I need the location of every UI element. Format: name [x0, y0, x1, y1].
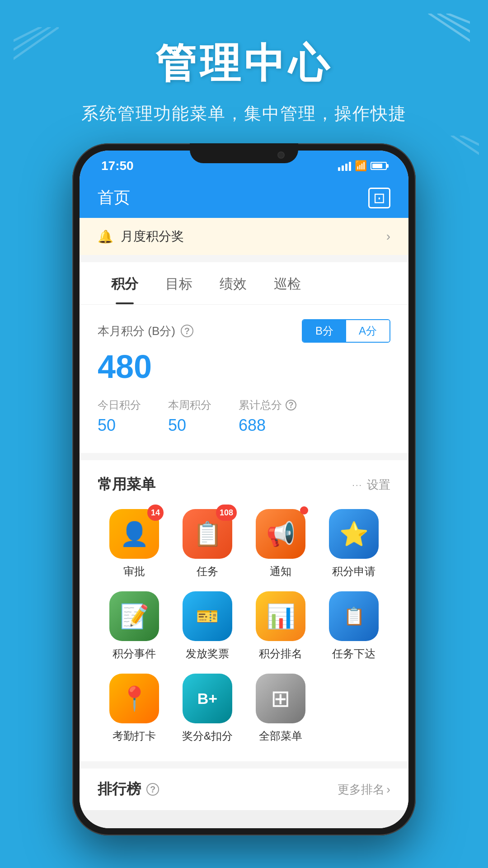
notification-badge-dot [300, 506, 308, 514]
wifi-icon: 📶 [355, 160, 367, 172]
menu-title: 常用菜单 [98, 475, 155, 495]
score-apply-label: 积分申请 [332, 564, 375, 579]
announcement-icon: 🔔 [98, 229, 113, 244]
reward-ticket-label: 发放奖票 [186, 646, 229, 661]
phone-notch [190, 143, 298, 163]
score-rank-label: 积分排名 [259, 646, 302, 661]
task-assign-icon: 📋 [329, 591, 379, 641]
tab-target[interactable]: 目标 [152, 262, 206, 304]
menu-header: 常用菜单 ··· 设置 [98, 475, 390, 495]
menu-item-score-apply[interactable]: ⭐ 积分申请 [317, 509, 390, 579]
settings-label: 设置 [367, 477, 390, 493]
stat-today: 今日积分 50 [98, 398, 141, 435]
main-card: 积分 目标 绩效 巡检 [80, 262, 408, 453]
task-icon: 📋 108 [183, 509, 232, 559]
announcement-banner[interactable]: 🔔 月度积分奖 › [80, 218, 408, 255]
all-menu-icon: ⊞ [256, 674, 305, 723]
task-badge: 108 [216, 505, 237, 521]
menu-settings-button[interactable]: ··· 设置 [352, 477, 390, 493]
battery-icon [371, 162, 387, 170]
tab-score[interactable]: 积分 [98, 262, 152, 304]
attendance-icon: 📍 [109, 674, 159, 723]
phone-frame: 17:50 📶 [72, 143, 416, 835]
settings-dots: ··· [352, 480, 362, 490]
menu-item-all-menu[interactable]: ⊞ 全部菜单 [244, 674, 317, 743]
menu-item-reward-ticket[interactable]: 🎫 发放奖票 [171, 591, 244, 661]
tab-patrol[interactable]: 巡检 [260, 262, 314, 304]
stat-total-value: 688 [239, 416, 296, 435]
score-header: 本月积分 (B分) ? B分 A分 [98, 319, 390, 343]
task-assign-label: 任务下达 [332, 646, 375, 661]
menu-item-score-rank[interactable]: 📊 积分排名 [244, 591, 317, 661]
menu-item-notification[interactable]: 📢 通知 [244, 509, 317, 579]
menu-item-task[interactable]: 📋 108 任务 [171, 509, 244, 579]
score-event-icon: 📝 [109, 591, 159, 641]
ranking-title: 排行榜 ? [98, 779, 159, 799]
task-label: 任务 [197, 564, 218, 579]
tab-bar: 积分 目标 绩效 巡检 [80, 262, 408, 305]
score-event-label: 积分事件 [113, 646, 156, 661]
approve-icon: 👤 14 [109, 509, 159, 559]
score-value: 480 [98, 348, 390, 385]
tab-performance[interactable]: 绩效 [206, 262, 260, 304]
notification-label: 通知 [270, 564, 291, 579]
announcement-arrow: › [386, 229, 390, 244]
score-label: 本月积分 (B分) ? [98, 323, 193, 339]
header-area: 管理中心 系统管理功能菜单，集中管理，操作快捷 [0, 0, 488, 143]
bottom-bg [80, 810, 408, 828]
phone-mockup: 17:50 📶 [0, 143, 488, 835]
announcement-text: 月度积分奖 [121, 228, 184, 245]
menu-item-attendance[interactable]: 📍 考勤打卡 [98, 674, 171, 743]
toggle-b-button[interactable]: B分 [303, 320, 346, 342]
menu-grid: 👤 14 审批 📋 108 任务 [98, 509, 390, 743]
camera-icon [277, 151, 285, 159]
scan-icon[interactable]: ⊡ [368, 188, 390, 208]
menu-item-bonus-deduct[interactable]: B+ 奖分&扣分 [171, 674, 244, 743]
menu-item-score-event[interactable]: 📝 积分事件 [98, 591, 171, 661]
page-title: 管理中心 [27, 36, 461, 91]
stat-week: 本周积分 50 [168, 398, 211, 435]
approve-badge: 14 [147, 505, 164, 521]
signal-icon [338, 161, 351, 171]
stat-today-value: 50 [98, 416, 141, 435]
menu-section: 常用菜单 ··· 设置 👤 14 审批 [80, 460, 408, 761]
notification-icon: 📢 [256, 509, 305, 559]
score-help-icon[interactable]: ? [181, 325, 193, 337]
attendance-label: 考勤打卡 [113, 729, 156, 743]
status-time: 17:50 [101, 159, 134, 173]
all-menu-label: 全部菜单 [259, 729, 302, 743]
phone-screen: 17:50 📶 [80, 151, 408, 828]
menu-item-approve[interactable]: 👤 14 审批 [98, 509, 171, 579]
menu-item-task-assign[interactable]: 📋 任务下达 [317, 591, 390, 661]
bonus-deduct-label: 奖分&扣分 [182, 729, 233, 743]
toggle-a-button[interactable]: A分 [346, 320, 389, 342]
page-subtitle: 系统管理功能菜单，集中管理，操作快捷 [27, 102, 461, 125]
score-section: 本月积分 (B分) ? B分 A分 480 [80, 305, 408, 453]
status-icons: 📶 [338, 160, 387, 172]
app-header: 首页 ⊡ [80, 178, 408, 218]
approve-label: 审批 [123, 564, 145, 579]
home-title: 首页 [98, 187, 130, 209]
stat-total: 累计总分 ? 688 [239, 398, 296, 435]
reward-ticket-icon: 🎫 [183, 591, 232, 641]
ranking-section: 排行榜 ? 更多排名 › [80, 769, 408, 810]
ranking-help-icon[interactable]: ? [146, 783, 159, 796]
score-rank-icon: 📊 [256, 591, 305, 641]
score-apply-icon: ⭐ [329, 509, 379, 559]
score-stats: 今日积分 50 本周积分 50 [98, 398, 390, 435]
ranking-more-button[interactable]: 更多排名 › [338, 782, 390, 797]
stat-week-value: 50 [168, 416, 211, 435]
score-toggle: B分 A分 [302, 319, 390, 343]
ranking-more-arrow: › [386, 783, 390, 797]
total-help-icon[interactable]: ? [286, 400, 296, 410]
bonus-deduct-icon: B+ [183, 674, 232, 723]
